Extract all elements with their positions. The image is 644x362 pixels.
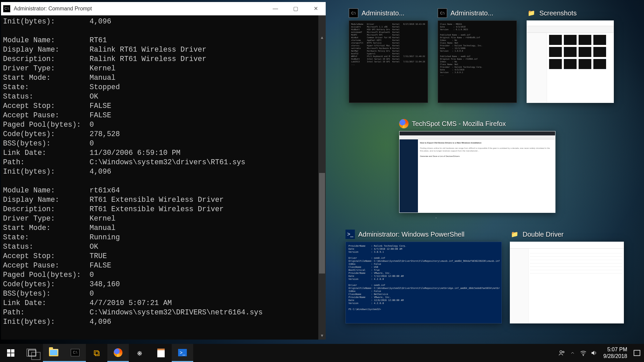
folder-icon: 📁 <box>510 230 519 239</box>
vmware-icon: ⧉ <box>94 348 100 358</box>
command-prompt-window[interactable]: C:\ Administrator: Command Prompt — ▢ ✕ … <box>1 2 326 340</box>
close-button[interactable]: ✕ <box>306 2 326 15</box>
svg-point-1 <box>562 351 564 353</box>
powershell-icon: >_ <box>178 349 187 356</box>
ps-prompt: PS C:\Windows\System32> <box>348 308 381 311</box>
minimize-button[interactable]: — <box>265 2 285 15</box>
clock-date: 9/28/2018 <box>603 353 627 360</box>
file-explorer-button[interactable] <box>43 344 64 362</box>
taskview-thumbnail[interactable]: Class Name : MEDIA Date : 4/3/2018 Versi… <box>438 20 517 103</box>
taskview-cmd1[interactable]: C:\ Administrato... ModuleName Driver Ke… <box>349 8 436 103</box>
firefox-button[interactable] <box>107 344 129 362</box>
cmd-body[interactable]: Init(bytes): 4,096 Module Name: RT61 Dis… <box>1 15 326 340</box>
clock-time: 5:07 PM <box>603 346 627 353</box>
taskview-powershell[interactable]: >_ Administrator: Windows PowerShell Pro… <box>345 230 520 323</box>
taskview-title: Screenshots <box>539 9 577 17</box>
file-explorer-icon <box>49 349 58 356</box>
maximize-button[interactable]: ▢ <box>285 2 306 15</box>
taskview-thumbnail[interactable] <box>510 242 624 323</box>
cmd-icon: C:\ <box>349 8 358 18</box>
firefox-icon <box>114 348 122 357</box>
cmd-icon: C:\ <box>71 349 79 356</box>
cmd-title: Administrator: Command Prompt <box>14 6 265 12</box>
folder-icon: 📁 <box>527 8 536 18</box>
firefox-article-sub: Generate and Save a List of Devices/Driv… <box>420 155 460 157</box>
taskview-firefox[interactable]: TechSpot CMS - Mozilla Firefox How to Ex… <box>399 119 574 213</box>
taskview-title: Administrato... <box>450 9 493 17</box>
cmd-titlebar[interactable]: C:\ Administrator: Command Prompt — ▢ ✕ <box>1 2 326 15</box>
taskview-thumbnail[interactable]: ModuleName Driver Kernel 8/27/2018 10:43… <box>349 20 428 103</box>
notepad-icon <box>157 349 165 357</box>
firefox-article-title: How to Export Old Device Drivers to a Ne… <box>420 142 481 144</box>
powershell-button[interactable]: >_ <box>172 344 193 362</box>
scroll-up-icon[interactable]: ▲ <box>318 34 326 42</box>
taskbar-clock[interactable]: 5:07 PM 9/28/2018 <box>600 346 631 360</box>
start-button[interactable] <box>0 344 21 362</box>
action-center-icon <box>634 350 640 356</box>
taskview-title: Administrato... <box>362 9 405 17</box>
taskview-title: Administrator: Windows PowerShell <box>358 231 465 238</box>
taskview-title: Double Driver <box>523 231 564 238</box>
svg-point-0 <box>560 351 562 353</box>
taskview-thumbnail[interactable] <box>527 20 614 103</box>
gitkraken-icon: ⎈ <box>137 348 142 358</box>
taskbar: C:\ ⧉ ⎈ >_ 5:07 PM 9/28/2018 <box>0 344 644 362</box>
gitkraken-button[interactable]: ⎈ <box>129 344 150 362</box>
taskview-thumbnail[interactable]: ProviderName : Ralink Technology Corp. D… <box>345 242 502 323</box>
windows-icon <box>7 349 14 357</box>
taskview-thumbnail[interactable]: How to Export Old Device Drivers to a Ne… <box>399 131 555 213</box>
scroll-down-icon[interactable]: ▼ <box>318 332 326 340</box>
vmware-button[interactable]: ⧉ <box>86 344 107 362</box>
firefox-icon <box>399 119 409 128</box>
taskview-doubledriver[interactable]: 📁 Double Driver <box>510 230 634 323</box>
speaker-icon[interactable] <box>589 344 599 362</box>
action-center-button[interactable] <box>632 344 642 362</box>
cmd-icon: C:\ <box>438 8 447 18</box>
command-prompt-button[interactable]: C:\ <box>64 344 86 362</box>
notepad-button[interactable] <box>150 344 172 362</box>
taskview-title: TechSpot CMS - Mozilla Firefox <box>412 120 506 128</box>
cmd-output: Init(bytes): 4,096 Module Name: RT61 Dis… <box>3 17 263 326</box>
taskview-screenshots[interactable]: 📁 Screenshots <box>527 8 621 103</box>
svg-point-2 <box>583 355 584 356</box>
scroll-thumb[interactable] <box>319 173 325 274</box>
task-view-button[interactable] <box>21 344 43 362</box>
people-icon[interactable] <box>557 344 567 362</box>
powershell-icon: >_ <box>345 230 355 239</box>
cmd-icon: C:\ <box>3 5 10 12</box>
taskview-cmd2[interactable]: C:\ Administrato... Class Name : MEDIA D… <box>438 8 525 103</box>
wifi-icon[interactable] <box>579 344 588 362</box>
cmd-scrollbar[interactable]: ▲ ▼ <box>318 15 326 340</box>
tray-chevron-icon[interactable] <box>568 344 577 362</box>
task-view: C:\ Administrato... ModuleName Driver Ke… <box>345 8 637 339</box>
task-view-icon <box>28 350 36 356</box>
